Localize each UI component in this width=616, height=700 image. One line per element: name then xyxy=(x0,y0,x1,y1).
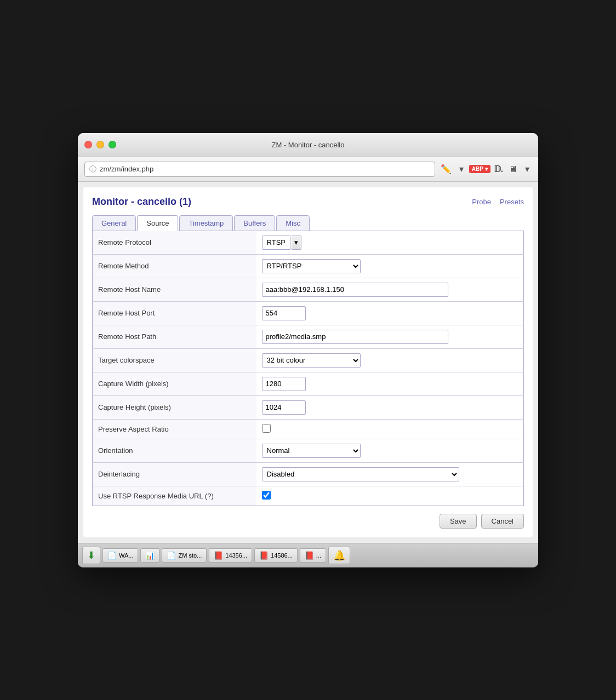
target-colorspace-select[interactable]: 32 bit colour 24 bit colour 8 bit grey xyxy=(262,353,361,368)
address-bar[interactable]: ⓘ zm/zm/index.php xyxy=(84,162,435,177)
taskbar-item-pdf3[interactable]: 📕 ... xyxy=(300,548,326,563)
preserve-aspect-ratio-value xyxy=(256,419,524,439)
taskbar-item-wa[interactable]: 📄 WA... xyxy=(102,548,138,563)
remote-host-name-row: Remote Host Name xyxy=(93,278,524,301)
remote-host-path-input[interactable] xyxy=(262,330,448,344)
close-button[interactable] xyxy=(84,141,92,148)
tab-timestamp[interactable]: Timestamp xyxy=(179,215,233,231)
traffic-lights xyxy=(84,141,116,148)
page-header: Monitor - cancello (1) Probe Presets xyxy=(92,196,524,208)
tabs-bar: General Source Timestamp Buffers Misc xyxy=(92,215,524,231)
capture-width-row: Capture Width (pixels) xyxy=(93,372,524,395)
use-rtsp-value xyxy=(256,486,524,506)
capture-height-value xyxy=(256,395,524,419)
taskbar-item-label-pdf1: 14356... xyxy=(225,552,247,559)
screen-icon[interactable]: 🖥 xyxy=(506,163,520,175)
remote-method-label: Remote Method xyxy=(93,254,256,278)
remote-host-name-value xyxy=(256,278,524,301)
taskbar-item-label-zm: ZM sto... xyxy=(178,552,202,559)
tab-source[interactable]: Source xyxy=(137,215,178,231)
cancel-button[interactable]: Cancel xyxy=(481,514,524,529)
taskbar-doc-icon-1: 📄 xyxy=(107,551,117,560)
orientation-select[interactable]: Normal Rotate 90 Rotate 180 Rotate 270 F… xyxy=(262,444,361,458)
edit-icon[interactable]: ✏️ xyxy=(438,163,454,175)
page-title: Monitor - cancello (1) xyxy=(92,196,191,208)
remote-host-port-input[interactable] xyxy=(262,306,306,320)
remote-host-name-label: Remote Host Name xyxy=(93,278,256,301)
d-badge[interactable]: 𝔻. xyxy=(494,164,503,174)
remote-host-path-value xyxy=(256,325,524,348)
deinterlacing-select[interactable]: Disabled Enabled - Odd Enabled - Even En… xyxy=(262,467,459,481)
remote-protocol-label: Remote Protocol xyxy=(93,231,256,254)
taskbar-pdf-icon-2: 📕 xyxy=(259,551,269,560)
tab-general[interactable]: General xyxy=(92,215,136,231)
remote-method-select[interactable]: RTP/RTSP RTP/Unicast RTP/Multicast HTTP xyxy=(262,259,361,273)
orientation-label: Orientation xyxy=(93,439,256,462)
remote-method-row: Remote Method RTP/RTSP RTP/Unicast RTP/M… xyxy=(93,254,524,278)
taskbar-item-pdf1[interactable]: 📕 14356... xyxy=(209,548,252,563)
use-rtsp-checkbox[interactable] xyxy=(262,491,271,500)
taskbar-item-label-1: WA... xyxy=(119,552,133,559)
minimize-button[interactable] xyxy=(96,141,104,148)
target-colorspace-label: Target colorspace xyxy=(93,348,256,372)
remote-protocol-row: Remote Protocol RTSP ▾ xyxy=(93,231,524,254)
window-title: ZM - Monitor - cancello xyxy=(272,141,345,149)
maximize-button[interactable] xyxy=(109,141,116,148)
remote-host-name-input[interactable] xyxy=(262,283,448,297)
presets-link[interactable]: Presets xyxy=(500,198,524,206)
deinterlacing-value: Disabled Enabled - Odd Enabled - Even En… xyxy=(256,462,524,486)
capture-height-input[interactable] xyxy=(262,400,306,415)
info-icon: ⓘ xyxy=(89,164,96,174)
capture-width-value xyxy=(256,372,524,395)
preserve-aspect-ratio-checkbox[interactable] xyxy=(262,424,271,433)
taskbar-item-pdf2[interactable]: 📕 14586... xyxy=(254,548,298,563)
deinterlacing-row: Deinterlacing Disabled Enabled - Odd Ena… xyxy=(93,462,524,486)
bell-icon: 🔔 xyxy=(333,550,345,561)
download-icon: ⬇ xyxy=(87,550,95,561)
capture-height-label: Capture Height (pixels) xyxy=(93,395,256,419)
taskbar-item-excel[interactable]: 📊 xyxy=(140,548,159,563)
titlebar: ZM - Monitor - cancello xyxy=(78,133,538,157)
use-rtsp-row: Use RTSP Response Media URL (?) xyxy=(93,486,524,506)
capture-height-row: Capture Height (pixels) xyxy=(93,395,524,419)
form-buttons: Save Cancel xyxy=(92,514,524,529)
save-button[interactable]: Save xyxy=(440,514,477,529)
taskbar-download-item[interactable]: ⬇ xyxy=(82,547,100,564)
remote-host-port-value xyxy=(256,301,524,325)
taskbar-item-label-pdf3: ... xyxy=(316,552,321,559)
menu-arrow-icon[interactable]: ▾ xyxy=(523,163,532,175)
header-links: Probe Presets xyxy=(472,198,524,206)
page-content: Monitor - cancello (1) Probe Presets Gen… xyxy=(83,187,533,537)
app-window: ZM - Monitor - cancello ⓘ zm/zm/index.ph… xyxy=(78,133,538,567)
preserve-aspect-ratio-row: Preserve Aspect Ratio xyxy=(93,419,524,439)
remote-host-path-label: Remote Host Path xyxy=(93,325,256,348)
preserve-aspect-ratio-label: Preserve Aspect Ratio xyxy=(93,419,256,439)
tab-misc[interactable]: Misc xyxy=(276,215,310,231)
remote-protocol-value: RTSP ▾ xyxy=(256,231,524,254)
dropdown-arrow-icon[interactable]: ▾ xyxy=(457,163,466,175)
taskbar-bell-item[interactable]: 🔔 xyxy=(328,547,350,564)
target-colorspace-value: 32 bit colour 24 bit colour 8 bit grey xyxy=(256,348,524,372)
orientation-row: Orientation Normal Rotate 90 Rotate 180 … xyxy=(93,439,524,462)
settings-form: Remote Protocol RTSP ▾ Remote Method RTP… xyxy=(92,231,524,506)
deinterlacing-label: Deinterlacing xyxy=(93,462,256,486)
rtsp-text: RTSP xyxy=(262,236,290,250)
orientation-value: Normal Rotate 90 Rotate 180 Rotate 270 F… xyxy=(256,439,524,462)
taskbar: ⬇ 📄 WA... 📊 📄 ZM sto... 📕 14356... 📕 145… xyxy=(78,543,538,567)
taskbar-item-label-pdf2: 14586... xyxy=(271,552,293,559)
abp-badge[interactable]: ABP ▾ xyxy=(469,165,490,173)
rtsp-dropdown-arrow[interactable]: ▾ xyxy=(292,236,301,250)
target-colorspace-row: Target colorspace 32 bit colour 24 bit c… xyxy=(93,348,524,372)
remote-method-value: RTP/RTSP RTP/Unicast RTP/Multicast HTTP xyxy=(256,254,524,278)
capture-width-input[interactable] xyxy=(262,377,306,391)
remote-host-path-row: Remote Host Path xyxy=(93,325,524,348)
capture-width-label: Capture Width (pixels) xyxy=(93,372,256,395)
taskbar-excel-icon: 📊 xyxy=(145,551,155,560)
taskbar-pdf-icon-3: 📕 xyxy=(305,551,314,560)
taskbar-pdf-icon-1: 📕 xyxy=(214,551,223,560)
taskbar-item-zm[interactable]: 📄 ZM sto... xyxy=(162,548,207,563)
probe-link[interactable]: Probe xyxy=(472,198,491,206)
tab-buffers[interactable]: Buffers xyxy=(234,215,275,231)
address-text: zm/zm/index.php xyxy=(100,165,430,173)
remote-host-port-row: Remote Host Port xyxy=(93,301,524,325)
